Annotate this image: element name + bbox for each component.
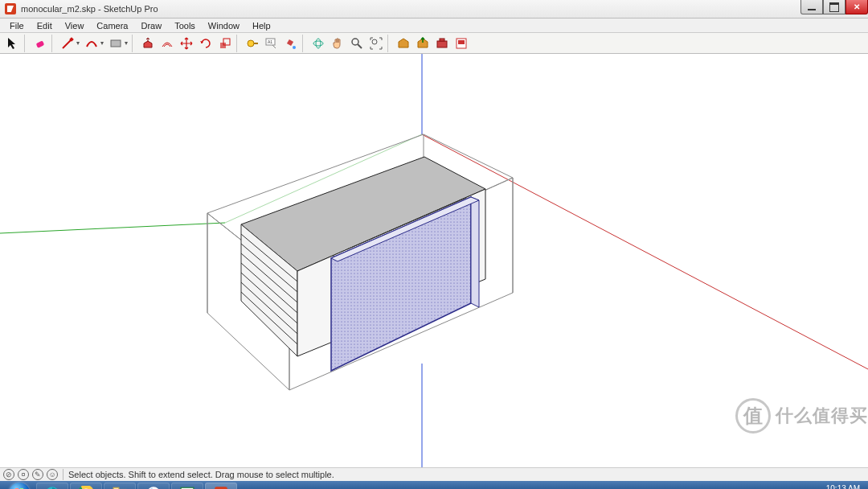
taskbar-sketchup[interactable] — [205, 483, 237, 489]
menu-help[interactable]: Help — [246, 19, 277, 32]
svg-marker-43 — [471, 197, 479, 307]
app-icon — [5, 3, 16, 14]
system-tray: CH ▴ 10:13 AM 3/21/2016 — [760, 481, 866, 489]
taskbar-app-1[interactable] — [36, 483, 68, 489]
svg-line-19 — [422, 134, 868, 369]
menu-edit[interactable]: Edit — [31, 19, 59, 32]
taskbar-explorer[interactable] — [104, 483, 136, 489]
svg-point-10 — [316, 39, 321, 48]
taskbar-excel[interactable]: X — [171, 483, 203, 489]
arc-dropdown-icon[interactable]: ▾ — [98, 39, 106, 47]
menu-window[interactable]: Window — [202, 19, 246, 32]
tray-clock[interactable]: 10:13 AM 3/21/2016 — [825, 484, 866, 489]
svg-point-5 — [248, 40, 254, 47]
get-models-button[interactable] — [394, 35, 413, 52]
svg-point-9 — [313, 41, 323, 46]
svg-point-11 — [352, 39, 358, 45]
select-tool-button[interactable] — [3, 35, 23, 52]
geolocation-icon[interactable]: ⊘ — [3, 469, 14, 480]
menu-tools[interactable]: Tools — [168, 19, 202, 32]
title-bar: monocular_m2.skp - SketchUp Pro ✕ — [0, 0, 868, 18]
tray-time: 10:13 AM — [825, 484, 861, 489]
text-tool-button[interactable]: A1 — [262, 35, 281, 52]
zoom-extents-button[interactable] — [366, 35, 386, 52]
pushpull-tool-button[interactable] — [138, 35, 158, 52]
menu-view[interactable]: View — [59, 19, 91, 32]
layout-button[interactable] — [452, 35, 471, 52]
rotate-tool-button[interactable] — [196, 35, 215, 52]
share-model-button[interactable] — [413, 35, 432, 52]
toolbar: ▾ ▾ ▾ A1 — [0, 33, 868, 54]
pan-tool-button[interactable] — [328, 35, 347, 52]
status-bar: ⊘ ¤ ✎ ☺ Select objects. Shift to extend … — [0, 467, 868, 481]
user-icon[interactable]: ☺ — [47, 469, 58, 480]
svg-rect-0 — [36, 40, 45, 47]
svg-line-20 — [0, 223, 225, 233]
status-hint: Select objects. Shift to extend select. … — [68, 470, 334, 479]
svg-rect-2 — [111, 40, 121, 47]
close-button[interactable]: ✕ — [845, 0, 868, 14]
svg-point-12 — [372, 39, 377, 44]
eraser-tool-button[interactable] — [31, 35, 50, 52]
svg-text:A1: A1 — [268, 39, 272, 44]
svg-point-8 — [293, 46, 296, 49]
start-button[interactable] — [3, 481, 35, 489]
menu-draw[interactable]: Draw — [134, 19, 168, 32]
offset-tool-button[interactable] — [158, 35, 177, 52]
shape-dropdown-icon[interactable]: ▾ — [122, 39, 130, 47]
tape-tool-button[interactable] — [243, 35, 262, 52]
move-tool-button[interactable] — [177, 35, 196, 52]
orbit-tool-button[interactable] — [309, 35, 328, 52]
taskbar: X CH ▴ 10:13 AM 3/21/2016 — [0, 481, 868, 489]
menu-camera[interactable]: Camera — [90, 19, 134, 32]
svg-rect-14 — [440, 39, 444, 41]
window-title: monocular_m2.skp - SketchUp Pro — [21, 4, 158, 14]
maximize-button[interactable] — [823, 0, 845, 14]
model-viewport[interactable]: 值 什么值得买 — [0, 54, 868, 467]
windows-logo-icon — [9, 483, 30, 489]
zoom-tool-button[interactable] — [347, 35, 366, 52]
scene-canvas — [0, 54, 868, 467]
extension-warehouse-button[interactable] — [432, 35, 452, 52]
scale-tool-button[interactable] — [215, 35, 235, 52]
line-dropdown-icon[interactable]: ▾ — [74, 39, 82, 47]
minimize-button[interactable] — [800, 0, 823, 14]
credits-icon[interactable]: ¤ — [18, 469, 29, 480]
taskbar-chrome[interactable] — [70, 483, 102, 489]
taskbar-app-4[interactable] — [137, 483, 170, 489]
svg-rect-13 — [437, 41, 447, 47]
claim-credit-icon[interactable]: ✎ — [32, 469, 43, 480]
paint-tool-button[interactable] — [281, 35, 301, 52]
menu-bar: File Edit View Camera Draw Tools Window … — [0, 18, 868, 33]
svg-rect-16 — [458, 40, 465, 44]
menu-file[interactable]: File — [3, 19, 31, 32]
